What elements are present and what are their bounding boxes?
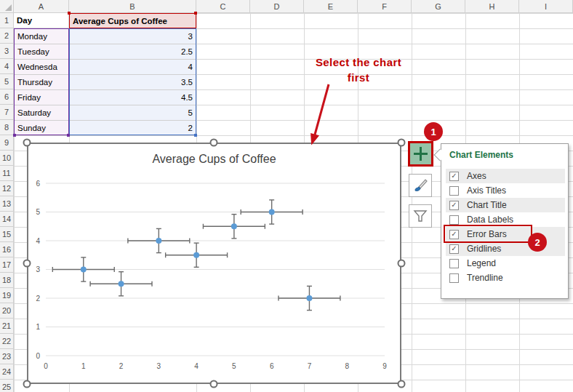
row-header-5[interactable]: 5: [0, 74, 14, 89]
resize-handle[interactable]: [398, 380, 406, 388]
category-range[interactable]: MondayTuesdayWednesdaThursdayFridaySatur…: [14, 28, 69, 135]
chart-filters-button[interactable]: [409, 204, 432, 228]
cell-value[interactable]: 5: [70, 105, 196, 121]
cell-day[interactable]: Friday: [15, 90, 68, 105]
svg-text:0: 0: [36, 352, 40, 360]
cell-day-header[interactable]: Day: [14, 13, 69, 28]
range-handle[interactable]: [13, 134, 16, 137]
column-header-H[interactable]: H: [465, 0, 519, 13]
cell-day[interactable]: Thursday: [15, 75, 68, 90]
cell-value[interactable]: 4: [70, 60, 196, 75]
row-header-3[interactable]: 3: [0, 44, 14, 59]
svg-text:9: 9: [382, 362, 387, 370]
row-header-18[interactable]: 18: [0, 273, 14, 288]
cell-value[interactable]: 4.5: [70, 90, 196, 105]
cell-day[interactable]: Wednesda: [15, 60, 68, 75]
range-handle[interactable]: [68, 12, 71, 15]
resize-handle[interactable]: [23, 260, 31, 268]
svg-text:4: 4: [36, 237, 40, 245]
cell-day[interactable]: Tuesday: [15, 44, 68, 60]
row-header-2[interactable]: 2: [0, 28, 14, 44]
menu-item-axis-titles[interactable]: Axis Titles: [446, 183, 565, 198]
row-header-19[interactable]: 19: [0, 288, 14, 303]
cell-value[interactable]: 3: [70, 29, 196, 44]
chart-elements-plus-button[interactable]: [408, 141, 433, 167]
checkbox-checked[interactable]: ✓: [449, 172, 459, 181]
row-header-20[interactable]: 20: [0, 303, 14, 319]
resize-handle[interactable]: [23, 380, 31, 388]
column-header-E[interactable]: E: [304, 0, 358, 13]
row-header-15[interactable]: 15: [0, 227, 14, 242]
menu-item-trendline[interactable]: Trendline: [446, 271, 565, 285]
row-header-1[interactable]: 1: [0, 13, 14, 28]
value-range[interactable]: 32.543.54.552: [69, 28, 196, 135]
resize-handle[interactable]: [210, 380, 218, 388]
column-header-F[interactable]: F: [358, 0, 412, 13]
row-header-23[interactable]: 23: [0, 349, 14, 364]
row-header-21[interactable]: 21: [0, 319, 14, 334]
resize-handle[interactable]: [398, 260, 406, 268]
cell-value[interactable]: 2: [70, 121, 196, 136]
checkbox-unchecked[interactable]: [449, 273, 459, 283]
row-header-16[interactable]: 16: [0, 242, 14, 257]
row-header-6[interactable]: 6: [0, 89, 14, 105]
row-header-14[interactable]: 14: [0, 212, 14, 227]
row-header-4[interactable]: 4: [0, 59, 14, 74]
svg-text:5: 5: [232, 362, 236, 370]
row-header-17[interactable]: 17: [0, 257, 14, 273]
row-header-11[interactable]: 11: [0, 166, 14, 181]
menu-item-legend[interactable]: Legend: [446, 256, 565, 271]
checkbox-checked[interactable]: ✓: [449, 201, 459, 210]
resize-handle[interactable]: [23, 139, 31, 147]
row-header-13[interactable]: 13: [0, 196, 14, 212]
menu-item-chart-title[interactable]: ✓Chart Title: [446, 198, 565, 212]
column-header-G[interactable]: G: [412, 0, 465, 13]
menu-item-gridlines[interactable]: ✓Gridlines: [446, 241, 565, 256]
cell-day[interactable]: Saturday: [15, 105, 68, 121]
column-header-C[interactable]: C: [196, 0, 250, 13]
chart-object[interactable]: Average Cups of Coffee 01234560123456789: [27, 143, 401, 384]
column-header-B[interactable]: B: [69, 0, 196, 13]
select-all-corner[interactable]: [0, 0, 14, 13]
row-header-25[interactable]: 25: [0, 380, 14, 392]
menu-item-axes[interactable]: ✓Axes: [446, 169, 565, 183]
svg-text:8: 8: [345, 362, 349, 370]
row-header-9[interactable]: 9: [0, 135, 14, 151]
resize-handle[interactable]: [210, 139, 218, 147]
row-header-7[interactable]: 7: [0, 105, 14, 120]
paintbrush-icon: [412, 177, 428, 193]
checkbox-unchecked[interactable]: [449, 259, 459, 268]
annotation-line1: Select the chart: [289, 56, 428, 68]
menu-item-label: Gridlines: [467, 244, 501, 254]
row-header-24[interactable]: 24: [0, 364, 14, 380]
svg-text:1: 1: [81, 362, 86, 370]
row-header-12[interactable]: 12: [0, 181, 14, 196]
svg-text:6: 6: [36, 180, 40, 188]
cell-day[interactable]: Monday: [15, 29, 68, 44]
menu-item-label: Data Labels: [467, 215, 513, 225]
checkbox-checked[interactable]: ✓: [449, 244, 459, 254]
step-2-badge: 2: [528, 233, 547, 252]
row-header-8[interactable]: 8: [0, 120, 14, 135]
row-header-22[interactable]: 22: [0, 334, 14, 349]
cell-day[interactable]: Sunday: [15, 121, 68, 136]
column-header-A[interactable]: A: [14, 0, 69, 13]
checkbox-unchecked[interactable]: [449, 215, 459, 225]
menu-item-label: Chart Title: [467, 200, 507, 210]
cell-value[interactable]: 2.5: [70, 44, 196, 60]
chart-title[interactable]: Average Cups of Coffee: [28, 153, 400, 166]
column-header-D[interactable]: D: [250, 0, 304, 13]
column-header-I[interactable]: I: [519, 0, 573, 13]
checkbox-unchecked[interactable]: [449, 186, 459, 196]
range-handle[interactable]: [194, 134, 197, 137]
step-1-badge: 1: [424, 122, 443, 141]
cell-value-header[interactable]: Average Cups of Coffee: [69, 13, 196, 28]
range-handle[interactable]: [67, 134, 70, 137]
chart-styles-button[interactable]: [409, 174, 432, 197]
menu-item-label: Axis Titles: [467, 185, 506, 196]
cell-value[interactable]: 3.5: [70, 75, 196, 90]
row-header-10[interactable]: 10: [0, 151, 14, 166]
resize-handle[interactable]: [398, 139, 406, 147]
svg-text:2: 2: [119, 362, 124, 370]
range-handle[interactable]: [194, 12, 197, 15]
